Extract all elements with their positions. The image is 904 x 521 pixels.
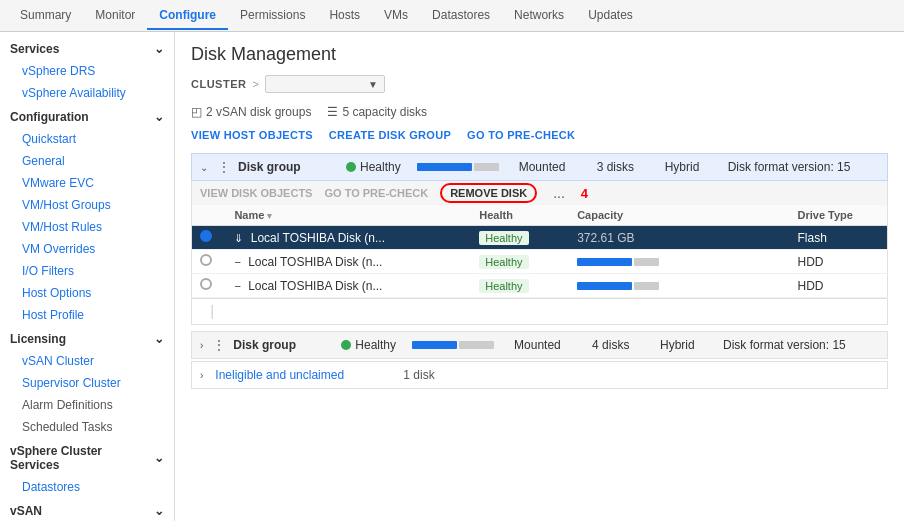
capacity-bar bbox=[577, 258, 781, 266]
sidebar-item-vmware-evc[interactable]: VMware EVC bbox=[0, 172, 174, 194]
sidebar-item-alarm-definitions[interactable]: Alarm Definitions bbox=[0, 394, 174, 416]
disk-group-1-mounted: Mounted bbox=[519, 160, 589, 174]
sidebar-item-vsphere-drs[interactable]: vSphere DRS bbox=[0, 60, 174, 82]
sidebar-item-datastores[interactable]: Datastores bbox=[0, 476, 174, 498]
row-capacity-cell: 372.61 GB bbox=[569, 226, 789, 250]
row-capacity-cell bbox=[569, 250, 789, 274]
status-healthy-icon-2 bbox=[341, 340, 351, 350]
disk-group-2-dots[interactable]: ⋮ bbox=[213, 338, 225, 352]
scroll-icon: ⎹ bbox=[200, 303, 212, 320]
top-navigation: Summary Monitor Configure Permissions Ho… bbox=[0, 0, 904, 32]
sidebar-section-vsphere-cluster-services[interactable]: vSphere Cluster Services ⌄ bbox=[0, 438, 174, 476]
view-host-objects-link[interactable]: VIEW HOST OBJECTS bbox=[191, 129, 313, 141]
drive-type-label: HDD bbox=[798, 255, 824, 269]
remove-disk-action[interactable]: REMOVE DISK bbox=[440, 183, 537, 203]
col-name-label: Name bbox=[234, 209, 264, 221]
disk-group-2-label: Disk group bbox=[233, 338, 333, 352]
row-name-cell: − Local TOSHIBA Disk (n... bbox=[226, 250, 471, 274]
row-capacity-cell bbox=[569, 274, 789, 298]
ineligible-chevron[interactable]: › bbox=[200, 370, 203, 381]
col-name-header[interactable]: Name ▾ bbox=[226, 205, 471, 226]
disk-name: Local TOSHIBA Disk (n... bbox=[248, 279, 382, 293]
breadcrumb-dropdown[interactable]: ​ ▼ bbox=[265, 75, 385, 93]
tab-configure[interactable]: Configure bbox=[147, 2, 228, 30]
tab-summary[interactable]: Summary bbox=[8, 2, 83, 30]
main-layout: Services ⌄ vSphere DRS vSphere Availabil… bbox=[0, 32, 904, 521]
drive-type-label: Flash bbox=[798, 231, 827, 245]
cap-bar-gray bbox=[634, 282, 659, 290]
table-row[interactable]: − Local TOSHIBA Disk (n... Healthy HDD bbox=[192, 250, 888, 274]
radio-button[interactable] bbox=[200, 230, 212, 242]
disk-group-1-header: ⌄ ⋮ Disk group Healthy Mounted 3 disks H… bbox=[191, 153, 888, 181]
sidebar-item-quickstart[interactable]: Quickstart bbox=[0, 128, 174, 150]
view-disk-objects-action: VIEW DISK OBJECTS bbox=[200, 187, 312, 199]
tab-monitor[interactable]: Monitor bbox=[83, 2, 147, 30]
annotation-4: 4 bbox=[581, 186, 588, 201]
row-radio-cell bbox=[192, 274, 227, 298]
sidebar-item-supervisor-cluster[interactable]: Supervisor Cluster bbox=[0, 372, 174, 394]
disk-group-1-chevron[interactable]: ⌄ bbox=[200, 162, 208, 173]
sidebar-item-vm-host-rules[interactable]: VM/Host Rules bbox=[0, 216, 174, 238]
goto-pre-check-action: GO TO PRE-CHECK bbox=[324, 187, 428, 199]
disk-groups-count: 2 vSAN disk groups bbox=[206, 105, 311, 119]
sidebar-item-vm-overrides[interactable]: VM Overrides bbox=[0, 238, 174, 260]
disk-group-1-status: Healthy bbox=[346, 160, 401, 174]
sidebar-item-host-options[interactable]: Host Options bbox=[0, 282, 174, 304]
go-to-pre-check-link[interactable]: GO TO PRE-CHECK bbox=[467, 129, 575, 141]
tab-datastores[interactable]: Datastores bbox=[420, 2, 502, 30]
tab-updates[interactable]: Updates bbox=[576, 2, 645, 30]
row-drive-cell: Flash bbox=[790, 226, 888, 250]
tab-vms[interactable]: VMs bbox=[372, 2, 420, 30]
sidebar-section-licensing[interactable]: Licensing ⌄ bbox=[0, 326, 174, 350]
disk-name: Local TOSHIBA Disk (n... bbox=[248, 255, 382, 269]
sidebar-section-configuration[interactable]: Configuration ⌄ bbox=[0, 104, 174, 128]
sidebar-item-vm-host-groups[interactable]: VM/Host Groups bbox=[0, 194, 174, 216]
capacity-disks-icon: ☰ bbox=[327, 105, 338, 119]
disk-expand-icon: ⇓ bbox=[234, 232, 243, 244]
sidebar-item-vsan-cluster[interactable]: vSAN Cluster bbox=[0, 350, 174, 372]
table-row[interactable]: ⇓ Local TOSHIBA Disk (n... Healthy 372.6… bbox=[192, 226, 888, 250]
breadcrumb: CLUSTER > ​ ▼ bbox=[191, 75, 888, 93]
sidebar-item-scheduled-tasks[interactable]: Scheduled Tasks bbox=[0, 416, 174, 438]
capacity-bar bbox=[577, 282, 781, 290]
scroll-row: ⎹ bbox=[191, 298, 888, 325]
radio-button[interactable] bbox=[200, 254, 212, 266]
health-badge: Healthy bbox=[479, 231, 528, 245]
create-disk-group-link[interactable]: CREATE DISK GROUP bbox=[329, 129, 451, 141]
sidebar-item-vsphere-availability[interactable]: vSphere Availability bbox=[0, 82, 174, 104]
row-radio-cell bbox=[192, 250, 227, 274]
disk-minus-icon: − bbox=[234, 280, 240, 292]
sidebar-item-general[interactable]: General bbox=[0, 150, 174, 172]
tab-hosts[interactable]: Hosts bbox=[317, 2, 372, 30]
tab-networks[interactable]: Networks bbox=[502, 2, 576, 30]
row-drive-cell: HDD bbox=[790, 250, 888, 274]
disk-group-1-hybrid: Hybrid bbox=[665, 160, 720, 174]
capacity-disks-info: ☰ 5 capacity disks bbox=[327, 105, 427, 119]
row-health-cell: Healthy bbox=[471, 274, 569, 298]
disk-group-2-chevron[interactable]: › bbox=[200, 340, 203, 351]
sidebar-section-services[interactable]: Services ⌄ bbox=[0, 36, 174, 60]
radio-button[interactable] bbox=[200, 278, 212, 290]
row-drive-cell: HDD bbox=[790, 274, 888, 298]
action-links: VIEW HOST OBJECTS CREATE DISK GROUP GO T… bbox=[191, 129, 888, 141]
chevron-down-icon: ⌄ bbox=[154, 110, 164, 124]
disk-groups-icon: ◰ bbox=[191, 105, 202, 119]
disk-group-2-status: Healthy bbox=[341, 338, 396, 352]
table-row[interactable]: − Local TOSHIBA Disk (n... Healthy HDD bbox=[192, 274, 888, 298]
disk-group-2-header: › ⋮ Disk group Healthy Mounted 4 disks H… bbox=[191, 331, 888, 359]
sidebar-item-host-profile[interactable]: Host Profile bbox=[0, 304, 174, 326]
health-badge: Healthy bbox=[479, 279, 528, 293]
cap-bar-blue bbox=[577, 258, 632, 266]
row-health-cell: Healthy bbox=[471, 250, 569, 274]
disk-group-2-hybrid: Hybrid bbox=[660, 338, 715, 352]
usage-bar-gray bbox=[474, 163, 499, 171]
disk-group-2-format: Disk format version: 15 bbox=[723, 338, 879, 352]
disk-group-1-dots[interactable]: ⋮ bbox=[218, 160, 230, 174]
chevron-down-icon: ⌄ bbox=[154, 504, 164, 518]
ineligible-label[interactable]: Ineligible and unclaimed bbox=[215, 368, 395, 382]
ineligible-count: 1 disk bbox=[403, 368, 434, 382]
more-actions-dots[interactable]: ... bbox=[553, 185, 565, 201]
tab-permissions[interactable]: Permissions bbox=[228, 2, 317, 30]
sidebar-item-io-filters[interactable]: I/O Filters bbox=[0, 260, 174, 282]
sidebar-section-vsan[interactable]: vSAN ⌄ bbox=[0, 498, 174, 521]
